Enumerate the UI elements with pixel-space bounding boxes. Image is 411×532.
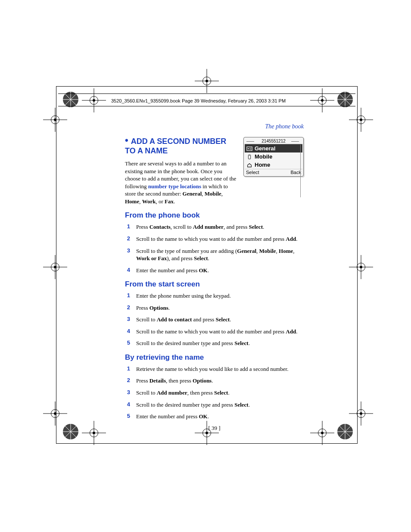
intro-paragraph: There are several ways to add a number t… — [125, 160, 237, 205]
crosshair-icon — [314, 424, 331, 442]
crosshair-icon — [47, 111, 64, 128]
step-number: 4 — [125, 328, 130, 336]
sub-heading: From the start screen — [125, 280, 304, 289]
step-item: 2Press Options. — [125, 304, 304, 312]
step-text: Press Contacts, scroll to Add number, an… — [136, 223, 304, 231]
step-number: 1 — [125, 292, 130, 300]
step-number: 3 — [125, 316, 130, 324]
sub-heading: From the phone book — [125, 211, 304, 220]
svg-rect-22 — [249, 148, 251, 149]
phone-row-mobile: Mobile — [245, 152, 302, 161]
step-number: 5 — [125, 339, 130, 347]
step-text: Enter the phone number using the keypad. — [136, 292, 304, 300]
step-number: 3 — [125, 389, 130, 397]
phone-softkey-right: Back — [291, 170, 301, 175]
home-icon — [246, 162, 252, 168]
divider — [58, 106, 355, 106]
step-text: Scroll to the desired number type and pr… — [136, 339, 304, 347]
step-number: 1 — [125, 223, 130, 231]
step-text: Scroll to the name to which you want to … — [136, 328, 304, 336]
registration-mark-icon — [335, 89, 355, 110]
scrollbar-icon — [300, 145, 303, 197]
step-number: 2 — [125, 377, 130, 385]
crosshair-icon — [47, 405, 64, 422]
svg-rect-20 — [247, 147, 252, 151]
step-number: 2 — [125, 235, 130, 243]
phone-screenshot: 2145551212 General Mobile Home Select Ba… — [243, 137, 304, 205]
content-area: The phone book •ADD A SECOND NUMBER TO A… — [125, 123, 304, 432]
phone-row-general: General — [245, 144, 302, 152]
step-item: 5Scroll to the desired number type and p… — [125, 339, 304, 347]
step-item: 4Scroll to the name to which you want to… — [125, 328, 304, 336]
step-text: Scroll to the name to which you want to … — [136, 235, 304, 243]
step-text: Retrieve the name to which you would lik… — [136, 365, 304, 373]
step-text: Press Options. — [136, 304, 304, 312]
registration-mark-icon — [60, 421, 81, 442]
step-number: 4 — [125, 267, 130, 274]
step-item: 4Scroll to the desired number type and p… — [125, 401, 304, 409]
step-item: 1Press Contacts, scroll to Add number, a… — [125, 223, 304, 231]
mobile-icon — [246, 154, 252, 159]
sub-heading: By retrieving the name — [125, 353, 304, 362]
page-number: [ 39 ] — [125, 425, 304, 432]
step-number: 3 — [125, 247, 130, 262]
step-item: 4Enter the number and press OK. — [125, 267, 304, 274]
phone-title: 2145551212 — [245, 138, 302, 144]
step-item: 3Scroll to Add to contact and press Sele… — [125, 316, 304, 324]
step-text: Scroll to Add to contact and press Selec… — [136, 316, 304, 324]
main-heading: •ADD A SECOND NUMBER TO A NAME — [125, 137, 237, 156]
step-item: 2Scroll to the name to which you want to… — [125, 235, 304, 243]
step-text: Scroll to Add number, then press Select. — [136, 389, 304, 397]
step-item: 1Enter the phone number using the keypad… — [125, 292, 304, 300]
crosshair-icon — [85, 92, 103, 109]
crosshair-icon — [314, 92, 331, 109]
crosshair-icon — [352, 258, 370, 276]
phone-softkey-left: Select — [246, 170, 259, 175]
section-label: The phone book — [125, 123, 304, 130]
registration-mark-icon — [60, 89, 81, 110]
crosshair-icon — [352, 111, 370, 128]
step-item: 3Scroll to the type of number you are ad… — [125, 247, 304, 262]
step-item: 2Press Details, then press Options. — [125, 377, 304, 385]
step-text: Scroll to the type of number you are add… — [136, 247, 304, 262]
registration-mark-icon — [335, 421, 355, 442]
step-text: Scroll to the desired number type and pr… — [136, 401, 304, 409]
crosshair-icon — [85, 424, 103, 442]
step-number: 5 — [125, 413, 130, 420]
step-item: 1Retrieve the name to which you would li… — [125, 365, 304, 373]
crosshair-icon — [352, 405, 370, 422]
svg-rect-23 — [249, 149, 251, 149]
step-text: Press Details, then press Options. — [136, 377, 304, 385]
step-number: 4 — [125, 401, 130, 409]
svg-point-21 — [248, 148, 249, 149]
step-number: 2 — [125, 304, 130, 312]
step-text: Enter the number and press OK. — [136, 413, 304, 420]
step-item: 3Scroll to Add number, then press Select… — [125, 389, 304, 397]
phone-row-home: Home — [245, 161, 302, 169]
crosshair-icon — [47, 258, 64, 276]
phone-icon — [246, 146, 252, 151]
step-number: 1 — [125, 365, 130, 373]
step-item: 5Enter the number and press OK. — [125, 413, 304, 420]
step-text: Enter the number and press OK. — [136, 267, 304, 274]
inline-link: number type locations — [148, 183, 201, 190]
divider — [58, 93, 355, 94]
page-header-meta: 3520_3560.ENv1_9355099.book Page 39 Wedn… — [111, 98, 286, 103]
crosshair-icon — [198, 72, 215, 90]
